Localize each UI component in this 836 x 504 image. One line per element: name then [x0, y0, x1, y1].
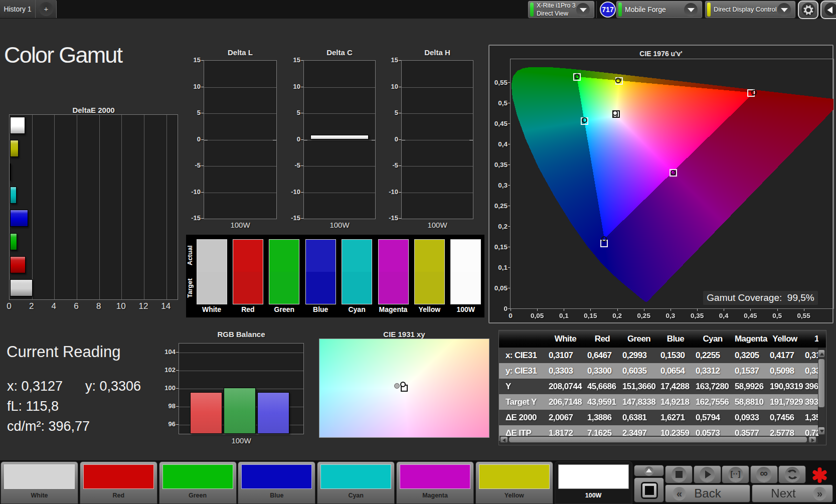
pattern-window-button[interactable]	[634, 477, 664, 502]
pattern-up-button[interactable]	[634, 465, 664, 476]
h-scrollbar-thumb[interactable]	[509, 436, 807, 443]
scroll-left-button[interactable]	[500, 436, 508, 443]
chevron-down-icon	[684, 3, 698, 17]
delta-gridline	[204, 166, 276, 166]
swatch-actual	[233, 240, 263, 272]
delta-l-chart	[204, 60, 277, 219]
swatch-label: White	[197, 305, 227, 313]
patch-color-green	[162, 464, 233, 489]
swatch-blue	[305, 239, 336, 304]
col-header-white: White	[549, 331, 582, 347]
col-header-blue: Blue	[660, 331, 691, 347]
swatch-actual	[269, 240, 299, 272]
cell: 0,3303	[549, 363, 587, 379]
delta-y-tick-label: -5	[380, 161, 398, 169]
source-dropdown[interactable]: Mobile Forge	[616, 1, 703, 19]
delta-y-tick-label: 0	[380, 135, 398, 143]
cie1976-x-tick	[750, 309, 751, 311]
deltae-bar-cyan	[10, 187, 17, 204]
play-button[interactable]	[694, 465, 721, 483]
settings-button[interactable]	[798, 1, 818, 19]
add-tab-button[interactable]: +	[36, 0, 56, 18]
delta-y-tick	[201, 113, 204, 113]
deltae-bar-blue	[10, 210, 28, 227]
patch-button-100w[interactable]: 100W	[555, 461, 632, 504]
patch-button-white[interactable]: White	[1, 461, 78, 504]
deltae-x-tick-label: 4	[46, 301, 61, 311]
source-status-indicator	[618, 3, 622, 17]
cie1976-y-tick	[508, 206, 510, 206]
deltae-gridline	[166, 115, 167, 299]
rgb-y-tick	[176, 406, 179, 407]
patch-button-magenta[interactable]: Magenta	[396, 461, 474, 504]
delta-y-tick-label: 15	[282, 56, 300, 64]
tab-history-1[interactable]: History 1	[0, 0, 36, 18]
play-triangle-shape	[705, 470, 711, 478]
cell: 0,0933	[735, 410, 770, 425]
meter-count-badge[interactable]: 717	[600, 2, 616, 18]
patch-button-green[interactable]: Green	[159, 461, 237, 504]
cie1976-x-tick	[777, 309, 778, 311]
chevron-up-icon	[644, 466, 653, 475]
cell: 147,8338	[622, 394, 660, 410]
display-control-dropdown[interactable]: Direct Display Control	[705, 1, 796, 19]
next-label: Next	[743, 485, 823, 502]
cell: 396,7700	[805, 379, 818, 394]
patch-button-cyan[interactable]: Cyan	[317, 461, 395, 504]
scroll-right-button[interactable]	[808, 436, 816, 443]
delta-x-label: 100W	[204, 221, 277, 229]
swatch-target	[415, 272, 444, 304]
patch-button-red[interactable]: Red	[80, 461, 157, 504]
rgb-bar-red	[190, 392, 222, 434]
display-control-dropdown-label: Direct Display Control	[714, 1, 785, 18]
v-scrollbar-thumb[interactable]	[818, 359, 825, 408]
rgb-y-tick	[176, 424, 179, 425]
zero-tick	[402, 140, 405, 140]
meter-dropdown[interactable]: X-Rite i1Pro 3Direct View	[528, 1, 595, 19]
delta-gridline	[402, 87, 473, 88]
delta-gridline	[204, 87, 276, 88]
deltae-x-tick-label: 14	[158, 301, 174, 311]
cie1976-x-tick	[644, 309, 644, 311]
refresh-arrows-shape	[787, 469, 798, 480]
swatch-label: 100W	[450, 305, 481, 313]
swatch-label: Cyan	[342, 305, 372, 313]
patch-button-blue[interactable]: Blue	[238, 461, 315, 504]
cie1976-y-tick-label: 0	[488, 305, 508, 312]
row-label: Y	[506, 379, 549, 394]
scroll-up-button[interactable]	[818, 350, 825, 358]
measured-marker-cyan	[582, 117, 587, 123]
stop-button[interactable]	[665, 465, 693, 483]
next-button[interactable]: »Next	[752, 484, 833, 502]
patch-color-red	[83, 464, 154, 489]
patch-label: 100W	[555, 492, 632, 499]
plus-icon: +	[39, 2, 53, 16]
cell: 0,1530	[660, 348, 696, 363]
back-button[interactable]: «Back	[665, 484, 750, 502]
status-asterisk-icon	[812, 467, 830, 487]
rgb-y-tick-label: 100	[157, 384, 176, 392]
delta-y-tick	[301, 87, 303, 87]
cie1976-x-tick-label: 0,2	[607, 312, 627, 319]
scroll-down-button[interactable]	[818, 427, 825, 435]
refresh-button[interactable]	[778, 465, 806, 483]
swatch-label: Red	[233, 305, 263, 313]
cell: 0,6035	[622, 363, 660, 379]
swatch-target	[269, 272, 299, 304]
cie1976-x-tick	[697, 309, 698, 311]
bracket-button[interactable]: [··]	[722, 465, 749, 483]
cie1976-y-tick-label: 0,35	[488, 161, 508, 169]
swatch-white	[197, 239, 227, 304]
patch-button-yellow[interactable]: Yellow	[475, 461, 553, 504]
patch-color-cyan	[320, 464, 391, 489]
gamut-coverage-readout: Gamut Coverage: 99,5%	[703, 291, 818, 305]
collapse-toolbar-button[interactable]	[820, 1, 836, 19]
row-label: y: CIE31	[506, 363, 549, 379]
infinity-button[interactable]: ∞	[750, 465, 778, 483]
delta-y-tick	[399, 60, 401, 61]
toolbar-separator	[596, 1, 597, 18]
delta-chart-title: Delta L	[204, 48, 277, 57]
swatch-label: Blue	[305, 305, 336, 313]
measured-marker-yellow	[615, 78, 621, 83]
cell: 0,2993	[622, 348, 660, 363]
